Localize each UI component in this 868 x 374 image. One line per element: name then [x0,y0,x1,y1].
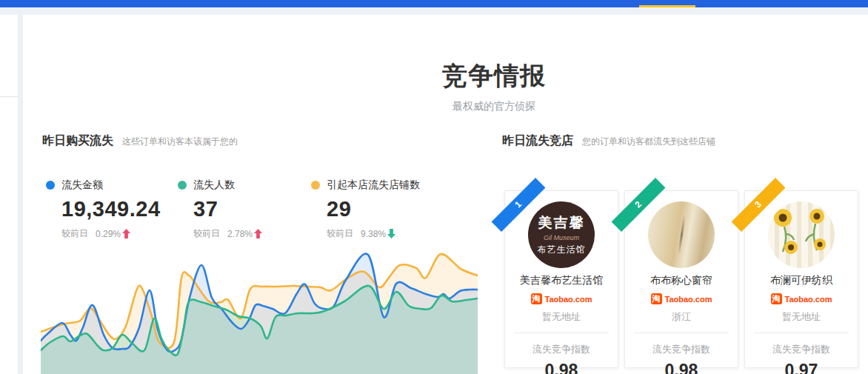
card-divider [514,333,609,333]
competitor-card[interactable]: 2 布布称心窗帘 淘 Taobao.com 浙江 流失竞争指数 0.98 [624,190,738,368]
metric: 流失人数 37 较前日 2.78% [178,178,311,240]
taobao-icon: 淘 [771,293,782,304]
collapsed-left-sidebar[interactable] [0,15,18,374]
loss-trend-chart[interactable] [41,244,478,374]
card-divider [754,333,849,333]
platform-row: 淘 Taobao.com [625,293,738,304]
metric-label: 引起本店流失店铺数 [327,178,420,192]
trend-arrow-icon [254,229,262,238]
competitors-section-title: 昨日流失竞店 [502,134,573,147]
competitors-section-header: 昨日流失竞店您的订单和访客都流失到这些店铺 [502,133,715,149]
shop-address: 浙江 [625,310,738,324]
shop-address: 暂无地址 [505,310,618,324]
index-label: 流失竞争指数 [745,343,858,356]
legend-dot-icon [311,181,320,190]
trend-arrow-icon [122,229,130,238]
index-label: 流失竞争指数 [505,343,618,356]
metric-label: 流失人数 [193,178,235,192]
metric-compare: 较前日 2.78% [193,227,311,240]
page-header: 竞争情报 最权威的官方侦探 [442,59,546,113]
page-title: 竞争情报 [442,59,546,93]
legend-dot-icon [46,181,55,190]
compare-label: 较前日 [327,227,353,240]
sidebar-divider [0,96,18,97]
taobao-label: Taobao.com [785,295,832,304]
platform-row: 淘 Taobao.com [745,293,858,304]
loss-section-subtitle: 这些订单和访客本该属于您的 [122,136,238,147]
shop-avatar [648,201,715,268]
shop-name: 布澜可伊纺织 [745,274,858,287]
index-value: 0.98 [625,361,738,374]
shop-address: 暂无地址 [745,310,858,324]
metric-compare: 较前日 0.29% [61,227,178,240]
metric-value: 29 [327,197,443,221]
avatar-text: Gil Museum [544,234,579,241]
index-value: 0.97 [745,361,858,374]
legend-dot-icon [178,181,187,190]
compare-label: 较前日 [61,227,88,240]
metric-value: 19,349.24 [61,197,178,221]
shop-name: 美吉馨布艺生活馆 [505,274,618,287]
competitors-section-subtitle: 您的订单和访客都流失到这些店铺 [582,136,715,147]
compare-label: 较前日 [193,227,220,240]
taobao-icon: 淘 [531,293,542,304]
metric-label: 流失金额 [61,178,103,192]
card-divider [634,333,729,333]
shop-name: 布布称心窗帘 [625,274,738,287]
avatar-text: 美吉馨 [538,213,585,233]
platform-row: 淘 Taobao.com [505,293,618,304]
trend-arrow-icon [387,229,395,238]
taobao-label: Taobao.com [665,295,712,304]
change-percent: 2.78% [227,229,253,239]
taobao-icon: 淘 [651,293,662,304]
sunflower-decoration [768,201,835,268]
sidebar-gutter [18,15,23,374]
avatar-text: 布艺生活馆 [538,244,586,256]
competitor-cards: 1 美吉馨 Gil Museum 布艺生活馆 美吉馨布艺生活馆 淘 Taobao… [504,190,858,368]
change-percent: 0.29% [96,229,121,239]
loss-section-header: 昨日购买流失这些订单和访客本该属于您的 [42,133,238,149]
top-nav-bar [0,0,868,7]
competitor-card[interactable]: 3 布澜可伊纺织 淘 Taobao [744,190,858,368]
taobao-label: Taobao.com [545,295,592,304]
index-value: 0.98 [505,361,618,374]
page-subtitle: 最权威的官方侦探 [442,100,546,113]
area-chart-canvas [41,244,478,374]
header-background-strip [0,7,868,15]
loss-section-title: 昨日购买流失 [42,134,113,147]
change-percent: 9.38% [361,229,386,239]
competitor-card[interactable]: 1 美吉馨 Gil Museum 布艺生活馆 美吉馨布艺生活馆 淘 Taobao… [504,190,618,368]
shop-avatar: 美吉馨 Gil Museum 布艺生活馆 [528,201,595,268]
metric-compare: 较前日 9.38% [327,227,443,240]
loss-metrics: 流失金额 19,349.24 较前日 0.29% 流失人数 37 较前日 2.7… [46,178,443,240]
index-label: 流失竞争指数 [625,343,738,356]
competitive-intelligence-page: 竞争情报 最权威的官方侦探 昨日购买流失这些订单和访客本该属于您的 流失金额 1… [0,0,868,374]
metric-value: 37 [193,197,311,221]
metric: 流失金额 19,349.24 较前日 0.29% [46,178,178,240]
shop-avatar [768,201,835,268]
metric: 引起本店流失店铺数 29 较前日 9.38% [311,178,443,240]
